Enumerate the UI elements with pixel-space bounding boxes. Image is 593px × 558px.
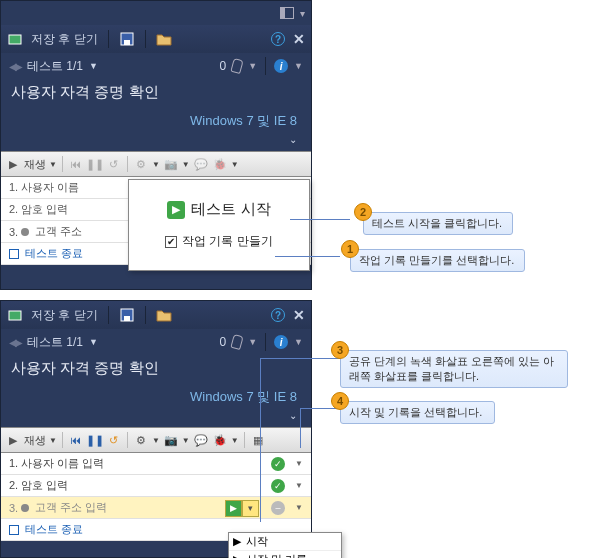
camera-icon[interactable]: 📷	[163, 432, 179, 448]
layout-icon[interactable]	[280, 7, 294, 19]
loop-icon[interactable]: ↺	[106, 432, 122, 448]
status-pass-icon: ✓	[271, 457, 285, 471]
menu-item-start[interactable]: ▶ 시작	[229, 533, 341, 551]
start-test-button[interactable]: ▶ 테스트 시작	[167, 200, 270, 219]
test-nav-bar: ◀▶ 테스트 1/1 ▼ 0 ▼ i ▼	[1, 329, 311, 355]
svg-rect-5	[124, 316, 130, 321]
comment-icon[interactable]: 💬	[193, 432, 209, 448]
chevron-down-icon[interactable]: ▼	[89, 61, 98, 71]
callout-number: 1	[341, 240, 359, 258]
pause-icon[interactable]: ❚❚	[87, 432, 103, 448]
step-toolbar: ▶ 재생 ▼ ⏮ ❚❚ ↺ ⚙ ▼ 📷 ▼ 💬 🐞 ▼ ▦	[1, 427, 311, 453]
window-title: 저장 후 닫기	[31, 31, 98, 48]
svg-rect-0	[9, 35, 21, 44]
help-icon[interactable]: ?	[271, 308, 285, 322]
chevron-down-icon[interactable]: ▼	[294, 61, 303, 71]
test-nav-bar: ◀▶ 테스트 1/1 ▼ 0 ▼ i ▼	[1, 53, 311, 79]
callout-4: 4 시작 및 기록을 선택합니다.	[340, 401, 495, 424]
nav-arrows-icon[interactable]: ◀▶	[9, 61, 21, 72]
chevron-down-icon[interactable]: ▼	[182, 160, 190, 169]
open-folder-icon[interactable]	[156, 31, 172, 47]
step-label: 2. 암호 입력	[9, 202, 68, 217]
environment-label: Windows 7 및 IE 8	[1, 386, 311, 410]
menu-item-start-record[interactable]: ▶ 시작 및 기록	[229, 551, 341, 558]
chevron-down-icon[interactable]: ▼	[248, 337, 257, 347]
step-label: 테스트 종료	[25, 522, 83, 537]
bullet-icon	[21, 504, 29, 512]
step-row-current[interactable]: 3. 고객 주소 입력 ▶ ▾ – ▼	[1, 497, 311, 519]
step-label: 1. 사용자 이름 입력	[9, 456, 104, 471]
pause-icon: ❚❚	[87, 156, 103, 172]
chevron-down-icon[interactable]: ▼	[182, 436, 190, 445]
svg-rect-3	[9, 311, 21, 320]
record-icon[interactable]: ▶	[5, 156, 21, 172]
close-icon[interactable]: ✕	[293, 31, 305, 47]
steps-list: 1. 사용자 이름 입력 ✓ ▼ 2. 암호 입력 ✓ ▼ 3. 고객 주소 입…	[1, 453, 311, 541]
close-icon[interactable]: ✕	[293, 307, 305, 323]
paperclip-icon[interactable]	[231, 334, 244, 350]
create-action-log-checkbox[interactable]: ✔ 작업 기록 만들기	[165, 233, 273, 250]
bullet-icon	[21, 228, 29, 236]
step-toolbar: ▶ 재생 ▼ ⏮ ❚❚ ↺ ⚙ ▼ 📷 ▼ 💬 🐞 ▼	[1, 151, 311, 177]
save-icon[interactable]	[119, 307, 135, 323]
bug-icon[interactable]: 🐞	[212, 432, 228, 448]
step-play-dropdown[interactable]: ▾	[242, 500, 259, 517]
chevron-down-icon[interactable]: ▼	[231, 160, 239, 169]
app-icon	[7, 31, 23, 47]
callout-number: 2	[354, 203, 372, 221]
chevron-down-icon[interactable]: ▼	[295, 503, 303, 512]
step-label: 고객 주소 입력	[35, 500, 107, 515]
chevron-down-icon[interactable]: ▼	[152, 160, 160, 169]
save-icon[interactable]	[119, 31, 135, 47]
info-icon[interactable]: i	[274, 59, 288, 73]
start-test-popup: ▶ 테스트 시작 ✔ 작업 기록 만들기	[128, 179, 310, 271]
camera-icon: 📷	[163, 156, 179, 172]
loop-icon: ↺	[106, 156, 122, 172]
chevron-down-icon[interactable]: ▼	[294, 337, 303, 347]
paperclip-icon[interactable]	[231, 58, 244, 74]
nav-arrows-icon[interactable]: ◀▶	[9, 337, 21, 348]
open-folder-icon[interactable]	[156, 307, 172, 323]
help-icon[interactable]: ?	[271, 32, 285, 46]
callout-text: 시작 및 기록을 선택합니다.	[349, 406, 482, 418]
start-test-label: 테스트 시작	[191, 200, 270, 219]
chevron-down-icon[interactable]: ▼	[49, 160, 57, 169]
record-icon[interactable]: ▶	[5, 432, 21, 448]
callout-3: 3 공유 단계의 녹색 화살표 오른쪽에 있는 아래쪽 화살표를 클릭합니다.	[340, 350, 568, 388]
play-icon: ▶	[233, 535, 241, 548]
window-top-controls: ▾	[1, 1, 311, 25]
callout-number: 4	[331, 392, 349, 410]
step-row[interactable]: 2. 암호 입력 ✓ ▼	[1, 475, 311, 497]
titlebar: 저장 후 닫기 ? ✕	[1, 301, 311, 329]
callout-text: 테스트 시작을 클릭합니다.	[372, 217, 502, 229]
play-label: 재생	[24, 433, 46, 448]
app-icon	[7, 307, 23, 323]
chevron-down-icon[interactable]: ▼	[89, 337, 98, 347]
rewind-icon[interactable]: ⏮	[68, 432, 84, 448]
chevron-down-icon[interactable]: ▼	[295, 481, 303, 490]
chevron-down-icon[interactable]: ▼	[152, 436, 160, 445]
step-label: 3.	[9, 226, 18, 238]
step-play-button[interactable]: ▶	[225, 500, 242, 517]
step-label: 1. 사용자 이름	[9, 180, 79, 195]
chevron-down-icon[interactable]: ▾	[300, 8, 305, 19]
chevron-down-icon[interactable]: ▼	[295, 459, 303, 468]
test-heading: 사용자 자격 증명 확인	[1, 355, 311, 386]
extra-icon[interactable]: ▦	[250, 432, 266, 448]
menu-label: 시작 및 기록	[246, 552, 307, 558]
test-runner-window-2: 저장 후 닫기 ? ✕ ◀▶ 테스트 1/1 ▼ 0 ▼ i ▼	[0, 300, 312, 558]
comment-icon: 💬	[193, 156, 209, 172]
action-icon[interactable]: ⚙	[133, 432, 149, 448]
chevron-down-icon[interactable]: ▼	[49, 436, 57, 445]
env-chevron-icon[interactable]: ⌄	[1, 134, 311, 151]
env-chevron-icon[interactable]: ⌄	[1, 410, 311, 427]
checkbox-icon: ✔	[165, 236, 177, 248]
chevron-down-icon[interactable]: ▼	[248, 61, 257, 71]
status-pending-icon: –	[271, 501, 285, 515]
chevron-down-icon[interactable]: ▼	[231, 436, 239, 445]
callout-1: 1 작업 기록 만들기를 선택합니다.	[350, 249, 525, 272]
info-icon[interactable]: i	[274, 335, 288, 349]
step-row[interactable]: 1. 사용자 이름 입력 ✓ ▼	[1, 453, 311, 475]
end-icon	[9, 525, 19, 535]
menu-label: 시작	[246, 534, 268, 549]
